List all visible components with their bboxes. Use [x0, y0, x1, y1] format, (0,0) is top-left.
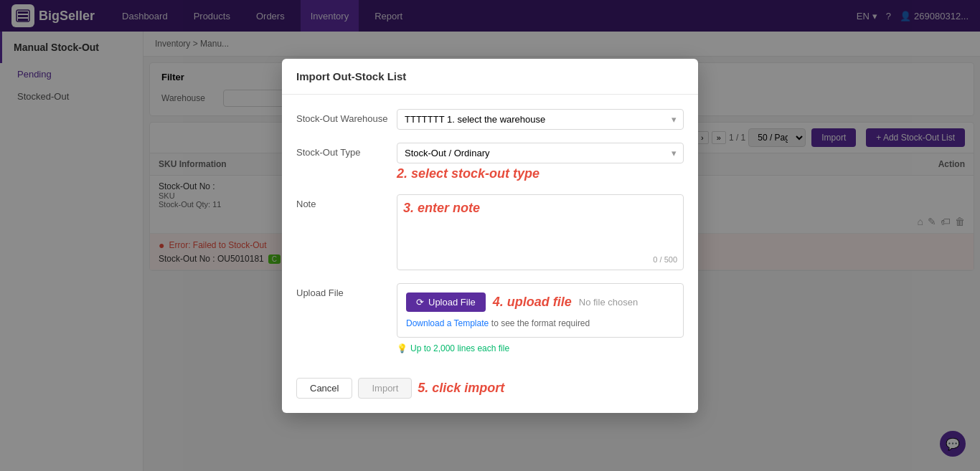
upload-icon: ⟳: [416, 297, 424, 308]
warehouse-row: Stock-Out Warehouse TTTTTTT 1. select th…: [296, 109, 684, 130]
step5-text: 5. click import: [418, 381, 504, 396]
modal-title: Import Out-Stock List: [282, 59, 698, 95]
upload-area: ⟳ Upload File 4. upload file No file cho…: [397, 283, 684, 338]
modal-footer: Cancel Import 5. click import: [282, 366, 698, 399]
note-control: 3. enter note 0 / 500: [397, 194, 684, 270]
cancel-button[interactable]: Cancel: [296, 378, 352, 399]
warehouse-select-wrap: TTTTTTT 1. select the warehouse ▾: [397, 109, 684, 130]
modal-body: Stock-Out Warehouse TTTTTTT 1. select th…: [282, 95, 698, 353]
note-count: 0 / 500: [403, 255, 677, 264]
upload-btn-row: ⟳ Upload File 4. upload file No file cho…: [406, 292, 674, 312]
note-row: Note 3. enter note 0 / 500: [296, 194, 684, 270]
lightbulb-icon: 💡: [397, 343, 407, 353]
type-select[interactable]: Stock-Out / Ordinary: [397, 143, 684, 163]
download-hint-row: Download a Template to see the format re…: [406, 318, 674, 328]
download-hint: to see the format required: [491, 318, 590, 328]
modal-import-button[interactable]: Import: [358, 378, 412, 399]
step4-text: 4. upload file: [493, 295, 572, 310]
type-row: Stock-Out Type Stock-Out / Ordinary ▾ 2.…: [296, 143, 684, 181]
type-select-wrap: Stock-Out / Ordinary ▾: [397, 143, 684, 163]
step2-text: 2. select stock-out type: [397, 166, 540, 181]
limit-hint: 💡 Up to 2,000 lines each file: [397, 343, 684, 353]
type-label: Stock-Out Type: [296, 143, 397, 158]
type-control: Stock-Out / Ordinary ▾ 2. select stock-o…: [397, 143, 684, 181]
upload-row: Upload File ⟳ Upload File 4. upload file…: [296, 283, 684, 353]
upload-label: Upload File: [296, 283, 397, 298]
download-template-link[interactable]: Download a Template: [406, 318, 489, 328]
note-textarea[interactable]: [403, 216, 677, 252]
upload-control: ⟳ Upload File 4. upload file No file cho…: [397, 283, 684, 353]
note-label: Note: [296, 194, 397, 209]
import-modal: Import Out-Stock List Stock-Out Warehous…: [282, 59, 698, 413]
warehouse-label: Stock-Out Warehouse: [296, 109, 397, 124]
warehouse-control: TTTTTTT 1. select the warehouse ▾: [397, 109, 684, 130]
no-file-text: No file chosen: [579, 297, 638, 308]
warehouse-select[interactable]: TTTTTTT 1. select the warehouse: [397, 109, 684, 130]
upload-file-button[interactable]: ⟳ Upload File: [406, 292, 486, 312]
modal-overlay[interactable]: Import Out-Stock List Stock-Out Warehous…: [0, 0, 980, 471]
step3-text: 3. enter note: [403, 201, 677, 216]
